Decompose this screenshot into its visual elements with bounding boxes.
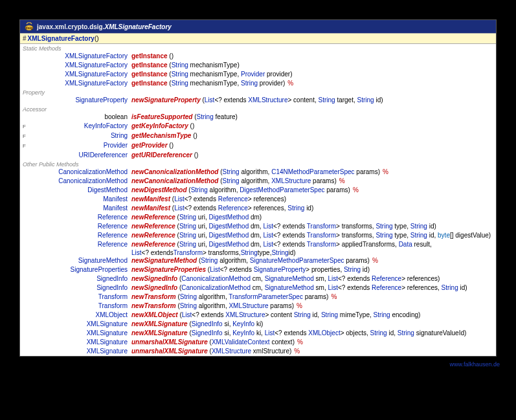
method-row[interactable]: SignedInfonewSignedInfo (Canonicalizatio… <box>20 283 496 293</box>
return-type: SignedInfo <box>29 283 131 293</box>
return-type: Reference <box>29 213 131 222</box>
return-type: Reference <box>29 222 131 231</box>
method-signature: newSignatureMethod (String algorithm, Si… <box>131 256 378 265</box>
method-row[interactable]: XMLObjectnewXMLObject (List<? extends XM… <box>20 311 496 320</box>
method-row[interactable]: SignaturePropertynewSignatureProperty (L… <box>20 96 496 105</box>
method-signature: newManifest (List<? extends Reference> r… <box>131 204 313 213</box>
method-signature: getInstance (String mechanismType, Provi… <box>131 70 292 79</box>
class-header: dsig javax.xml.crypto.dsig. XMLSignature… <box>20 20 496 33</box>
constructor-params: () <box>95 35 99 42</box>
method-row[interactable]: CanonicalizationMethodnewCanonicalizatio… <box>20 177 496 186</box>
svg-text:dsig: dsig <box>25 26 32 30</box>
method-row[interactable]: TransformnewTransform (String algorithm,… <box>20 293 496 302</box>
method-signature: newCanonicalizationMethod (String algori… <box>131 168 388 177</box>
return-type: XMLObject <box>29 311 131 320</box>
constructor-row[interactable]: # XMLSignatureFactory () <box>20 33 496 44</box>
method-signature: newSignatureProperties (List<? extends S… <box>131 265 370 274</box>
method-signature: getInstance (String mechanismType, Strin… <box>131 79 293 88</box>
return-type: Reference <box>29 240 131 249</box>
flag-cell: F <box>23 142 29 151</box>
method-signature: newReference (String uri, DigestMethod d… <box>131 213 262 222</box>
method-row[interactable]: DigestMethodnewDigestMethod (String algo… <box>20 186 496 195</box>
method-signature: newTransform (String algorithm, Transfor… <box>131 293 337 302</box>
return-type: XMLSignatureFactory <box>29 70 131 79</box>
return-type: boolean <box>29 113 131 122</box>
method-signature: newXMLObject (List<? extends XMLStructur… <box>131 311 420 320</box>
return-type: XMLSignature <box>29 329 131 338</box>
return-type: Provider <box>29 141 131 150</box>
method-row[interactable]: FStringgetMechanismType () <box>20 131 496 141</box>
return-type: Transform <box>29 293 131 302</box>
method-row[interactable]: XMLSignatureFactorygetInstance (String m… <box>20 79 496 88</box>
return-type: XMLSignatureFactory <box>29 52 131 61</box>
method-row[interactable]: ReferencenewReference (String uri, Diges… <box>20 213 496 222</box>
method-signature: getMechanismType () <box>131 131 197 140</box>
method-signature: newTransform (String algorithm, XMLStruc… <box>131 302 302 311</box>
method-row[interactable]: XMLSignatureFactorygetInstance (String m… <box>20 70 496 79</box>
return-type: Transform <box>29 302 131 311</box>
method-row[interactable]: XMLSignaturenewXMLSignature (SignedInfo … <box>20 320 496 329</box>
return-type: DigestMethod <box>29 186 131 195</box>
return-type: SignatureProperties <box>29 265 131 274</box>
method-row[interactable]: SignedInfonewSignedInfo (Canonicalizatio… <box>20 274 496 283</box>
method-signature: unmarshalXMLSignature (XMLValidateContex… <box>131 338 303 347</box>
method-signature: getURIDereferencer () <box>131 151 198 160</box>
return-type: Manifest <box>29 204 131 213</box>
constructor-name: XMLSignatureFactory <box>28 35 95 42</box>
method-signature: newXMLSignature (SignedInfo si, KeyInfo … <box>131 320 263 329</box>
method-row[interactable]: ReferencenewReference (String uri, Diges… <box>20 240 496 249</box>
method-signature: unmarshalXMLSignature (XMLStructure xmlS… <box>131 347 300 356</box>
sections-container: Static MethodsXMLSignatureFactorygetInst… <box>20 44 496 356</box>
method-signature: newReference (String uri, DigestMethod d… <box>131 231 491 240</box>
method-row[interactable]: ManifestnewManifest (List<? extends Refe… <box>20 195 496 204</box>
method-signature: isFeatureSupported (String feature) <box>131 113 238 122</box>
method-row[interactable]: FProvidergetProvider () <box>20 141 496 151</box>
method-row[interactable]: SignatureMethodnewSignatureMethod (Strin… <box>20 256 496 265</box>
return-type: XMLSignature <box>29 338 131 347</box>
method-row[interactable]: XMLSignatureFactorygetInstance () <box>20 52 496 61</box>
dsig-icon: dsig <box>24 22 34 31</box>
method-signature: getProvider () <box>131 141 174 150</box>
method-row[interactable]: booleanisFeatureSupported (String featur… <box>20 113 496 122</box>
method-row[interactable]: XMLSignaturenewXMLSignature (SignedInfo … <box>20 329 496 338</box>
return-type: Reference <box>29 231 131 240</box>
method-signature: newDigestMethod (String algorithm, Diges… <box>131 186 359 195</box>
method-signature: getInstance (String mechanismType) <box>131 61 240 70</box>
class-panel: dsig javax.xml.crypto.dsig. XMLSignature… <box>19 19 497 357</box>
method-continuation: List<? extends Transform> transforms, St… <box>20 249 496 256</box>
method-signature: newSignedInfo (CanonicalizationMethod cm… <box>131 283 467 293</box>
flag-cell: F <box>23 122 29 131</box>
return-type: XMLSignature <box>29 320 131 329</box>
return-type: Manifest <box>29 195 131 204</box>
method-row[interactable]: ReferencenewReference (String uri, Diges… <box>20 231 496 240</box>
section-title: Static Methods <box>20 44 496 52</box>
class-name: XMLSignatureFactory <box>105 23 172 30</box>
method-signature: newManifest (List<? extends Reference> r… <box>131 195 286 204</box>
method-signature: newReference (String uri, DigestMethod d… <box>131 240 432 249</box>
method-row[interactable]: TransformnewTransform (String algorithm,… <box>20 302 496 311</box>
flag-cell: F <box>23 132 29 141</box>
return-type: XMLSignatureFactory <box>29 79 131 88</box>
method-signature: getKeyInfoFactory () <box>131 122 194 131</box>
method-row[interactable]: XMLSignatureFactorygetInstance (String m… <box>20 61 496 70</box>
method-row[interactable]: XMLSignatureunmarshalXMLSignature (XMLVa… <box>20 338 496 347</box>
method-row[interactable]: ManifestnewManifest (List<? extends Refe… <box>20 204 496 213</box>
return-type: SignatureMethod <box>29 256 131 265</box>
return-type: CanonicalizationMethod <box>29 168 131 177</box>
package-name: javax.xml.crypto.dsig. <box>37 23 105 30</box>
footer-link[interactable]: www.falkhausen.de <box>449 361 500 368</box>
method-row[interactable]: SignaturePropertiesnewSignaturePropertie… <box>20 265 496 274</box>
section-title: Property <box>20 88 496 96</box>
return-type: SignedInfo <box>29 274 131 283</box>
method-signature: newXMLSignature (SignedInfo si, KeyInfo … <box>131 329 466 338</box>
method-row[interactable]: XMLSignatureunmarshalXMLSignature (XMLSt… <box>20 347 496 356</box>
method-row[interactable]: ReferencenewReference (String uri, Diges… <box>20 222 496 231</box>
return-type: KeyInfoFactory <box>29 122 131 131</box>
method-signature: newReference (String uri, DigestMethod d… <box>131 222 436 231</box>
section-title: Accessor <box>20 105 496 113</box>
return-type: XMLSignatureFactory <box>29 61 131 70</box>
return-type: String <box>29 131 131 140</box>
method-row[interactable]: URIDereferencergetURIDereferencer () <box>20 151 496 160</box>
method-row[interactable]: FKeyInfoFactorygetKeyInfoFactory () <box>20 122 496 131</box>
method-row[interactable]: CanonicalizationMethodnewCanonicalizatio… <box>20 168 496 177</box>
